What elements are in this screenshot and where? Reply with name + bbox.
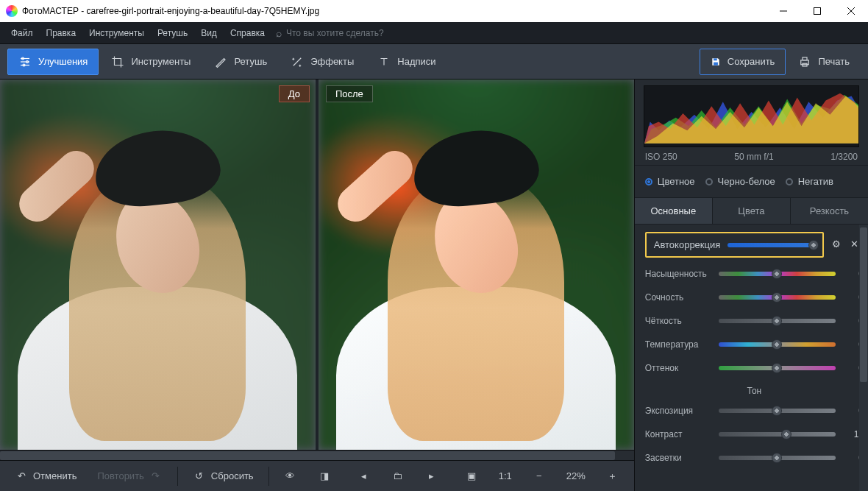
vertical-scrollbar[interactable]: [859, 225, 868, 491]
autocorrect-label: Автокоррекция: [654, 239, 721, 250]
crop-icon: [111, 55, 124, 68]
print-button[interactable]: Печать: [787, 49, 861, 75]
save-button[interactable]: Сохранить: [700, 49, 786, 75]
chevron-right-icon: ▸: [425, 470, 438, 483]
sliders-icon: [18, 55, 32, 68]
canvas-area: До После ↶Отменить Повторить↷ ↺Сбросить …: [0, 80, 634, 491]
after-badge: После: [326, 85, 373, 102]
next-button[interactable]: ▸: [418, 465, 446, 487]
save-icon: [711, 57, 721, 67]
tab-tools[interactable]: Инструменты: [100, 49, 202, 75]
slider-temperature[interactable]: [719, 342, 836, 347]
row-temperature: Температура 0: [645, 333, 864, 356]
radio-color[interactable]: Цветное: [645, 176, 695, 187]
slider-contrast[interactable]: [719, 432, 836, 437]
row-vibrance: Сочность 0: [645, 286, 864, 309]
minus-icon: −: [533, 470, 546, 483]
horizontal-scrollbar[interactable]: [0, 450, 634, 460]
actual-size-button[interactable]: 1:1: [491, 466, 519, 486]
main-toolbar: Улучшения Инструменты Ретушь Эффекты Над…: [0, 44, 868, 80]
row-contrast: Контраст 17: [645, 423, 864, 446]
zoom-level[interactable]: 22%: [559, 466, 593, 486]
histogram[interactable]: [644, 85, 859, 147]
fit-screen-button[interactable]: ▣: [458, 465, 485, 487]
before-badge: До: [279, 85, 310, 102]
svg-rect-1: [814, 8, 821, 15]
browse-button[interactable]: 🗀: [384, 465, 412, 487]
slider-tint[interactable]: [719, 366, 836, 370]
app-name: ФотоМАСТЕР: [22, 6, 79, 16]
menu-view[interactable]: Вид: [194, 28, 224, 38]
undo-button[interactable]: ↶Отменить: [7, 465, 84, 487]
chevron-left-icon: ◂: [357, 470, 371, 483]
tab-enhance[interactable]: Улучшения: [7, 49, 99, 75]
redo-button[interactable]: Повторить↷: [90, 465, 169, 487]
autocorrect-row: Автокоррекция: [645, 232, 824, 258]
row-tint: Оттенок 0: [645, 356, 864, 380]
search-placeholder[interactable]: Что вы хотите сделать?: [286, 28, 384, 38]
reset-icon: ↺: [193, 470, 206, 483]
menu-help[interactable]: Справка: [224, 28, 271, 38]
compare-button[interactable]: ◨: [310, 465, 338, 487]
file-name: carefree-girl-portrait-enjoying-a-beauti…: [87, 6, 320, 16]
meta-shutter: 1/3200: [830, 152, 858, 162]
param-tabs: Основные Цвета Резкость: [635, 198, 868, 225]
menu-file[interactable]: Файл: [4, 28, 40, 38]
wand-icon: [291, 55, 304, 68]
tab-text[interactable]: Надписи: [366, 49, 447, 75]
eye-icon: 👁: [284, 470, 297, 483]
tab-basic[interactable]: Основные: [635, 198, 713, 224]
slider-exposure[interactable]: [719, 409, 836, 413]
color-mode-radios: Цветное Черно-белое Негатив: [635, 165, 868, 198]
bottom-bar: ↶Отменить Повторить↷ ↺Сбросить 👁 ◨ ◂ 🗀 ▸…: [0, 460, 634, 491]
meta-iso: ISO 250: [645, 152, 677, 162]
row-highlights: Засветки 0: [645, 446, 864, 470]
tone-header: Тон: [645, 380, 864, 399]
title-bar: ФотоМАСТЕР - carefree-girl-portrait-enjo…: [0, 0, 868, 22]
prev-button[interactable]: ◂: [350, 465, 378, 487]
minimize-button[interactable]: [766, 0, 800, 22]
undo-icon: ↶: [15, 470, 28, 483]
radio-negative[interactable]: Негатив: [786, 176, 833, 187]
menu-retouch[interactable]: Ретушь: [151, 28, 194, 38]
svg-rect-11: [714, 62, 718, 65]
compare-icon: ◨: [318, 470, 331, 483]
menu-tools[interactable]: Инструменты: [82, 28, 151, 38]
tab-effects[interactable]: Эффекты: [280, 49, 365, 75]
svg-rect-10: [714, 58, 717, 60]
search-icon[interactable]: ⌕: [276, 27, 282, 39]
slider-highlights[interactable]: [719, 456, 836, 460]
brush-icon: [214, 55, 227, 68]
toggle-view-button[interactable]: 👁: [277, 465, 305, 487]
slider-vibrance[interactable]: [719, 295, 836, 300]
tab-retouch[interactable]: Ретушь: [203, 49, 278, 75]
menu-edit[interactable]: Правка: [40, 28, 83, 38]
after-pane[interactable]: После: [319, 80, 634, 450]
print-icon: [798, 55, 811, 68]
row-exposure: Экспозиция 0: [645, 399, 864, 423]
before-pane[interactable]: До: [0, 80, 316, 450]
svg-rect-13: [803, 57, 807, 60]
folder-icon: 🗀: [391, 470, 405, 483]
zoom-out-button[interactable]: −: [525, 465, 553, 487]
reset-button[interactable]: ↺Сбросить: [185, 465, 261, 487]
text-icon: [377, 55, 391, 68]
slider-clarity[interactable]: [719, 319, 836, 323]
zoom-in-button[interactable]: ＋: [599, 465, 627, 487]
right-panel: ISO 250 50 mm f/1 1/3200 Цветное Черно-б…: [634, 80, 868, 491]
tab-sharp[interactable]: Резкость: [791, 198, 868, 224]
row-clarity: Чёткость 0: [645, 309, 864, 333]
app-icon: [6, 5, 18, 17]
radio-bw[interactable]: Черно-белое: [705, 176, 775, 187]
meta-lens: 50 mm f/1: [734, 152, 773, 162]
menu-bar: Файл Правка Инструменты Ретушь Вид Справ…: [0, 22, 868, 44]
plus-icon: ＋: [606, 470, 619, 483]
gear-icon[interactable]: ⚙: [830, 238, 843, 251]
fit-icon: ▣: [465, 470, 478, 483]
close-button[interactable]: [834, 0, 868, 22]
slider-saturation[interactable]: [719, 272, 836, 276]
autocorrect-slider[interactable]: [728, 243, 815, 247]
tab-colors[interactable]: Цвета: [713, 198, 791, 224]
redo-icon: ↷: [149, 470, 163, 483]
maximize-button[interactable]: [800, 0, 834, 22]
